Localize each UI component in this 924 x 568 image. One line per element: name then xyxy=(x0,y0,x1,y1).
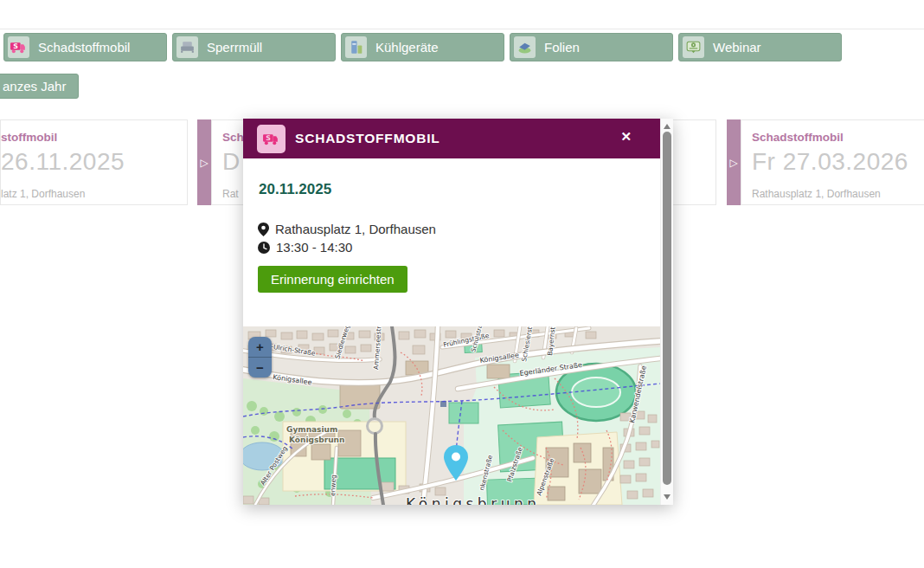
webinar-icon xyxy=(683,36,704,58)
map-street-label: Königsbrunn xyxy=(289,436,344,444)
card-location: latz 1, Dorfhausen xyxy=(1,188,85,200)
filter-label: Folien xyxy=(544,40,580,55)
map[interactable]: + − xyxy=(243,326,660,505)
truck-icon: S xyxy=(257,125,286,153)
card-title: Schadstoffmobil xyxy=(752,131,844,144)
close-icon[interactable]: ✕ xyxy=(620,129,632,145)
event-date: 20.11.2025 xyxy=(259,181,331,198)
map-canvas: St.-Ulrich-StraßeKönigsalleeSiedlerwegAm… xyxy=(243,326,660,505)
zoom-in-button[interactable]: + xyxy=(248,337,272,358)
filter-label: Kühlgeräte xyxy=(375,40,439,55)
map-street-label: Gymnasium xyxy=(286,425,337,434)
card-date: Fr 27.03.2026 xyxy=(752,148,908,176)
card-title: stoffmobil xyxy=(1,131,57,144)
event-time: 13:30 - 14:30 xyxy=(276,240,352,255)
reminder-button[interactable]: Erinnerung einrichten xyxy=(258,266,407,293)
event-card[interactable]: stoffmobil 26.11.2025 latz 1, Dorfhausen xyxy=(0,119,188,205)
zoom-out-button[interactable]: − xyxy=(248,358,272,378)
fridge-icon xyxy=(345,36,367,58)
event-location: Rathausplatz 1, Dorfhausen xyxy=(275,222,436,236)
modal-header: S SCHADSTOFFMOBIL ✕ xyxy=(243,119,660,158)
sofa-icon xyxy=(176,36,198,58)
filter-schadstoffmobil-button[interactable]: S Schadstoffmobil xyxy=(3,33,167,61)
modal-title: SCHADSTOFFMOBIL xyxy=(295,131,440,146)
card-accent-strip[interactable]: ▷ xyxy=(727,119,741,205)
filter-label: Webinar xyxy=(713,40,761,55)
card-date: D xyxy=(222,148,241,176)
card-location: Rat xyxy=(222,188,239,200)
event-card[interactable]: Schadstoffmobil Fr 27.03.2026 Rathauspla… xyxy=(741,119,924,205)
filter-bar: S Schadstoffmobil Sperrmüll Kühlgeräte F… xyxy=(3,33,842,61)
svg-text:S: S xyxy=(266,134,271,142)
modal-scrollbar[interactable] xyxy=(660,119,673,505)
card-location: Rathausplatz 1, Dorfhausen xyxy=(752,188,881,200)
filter-label: Sperrmüll xyxy=(207,40,262,55)
top-divider xyxy=(0,29,924,29)
clock-icon xyxy=(258,242,270,254)
map-street-label: Königsbrunn xyxy=(406,495,540,505)
event-time-row: 13:30 - 14:30 xyxy=(258,240,352,255)
card-date: 26.11.2025 xyxy=(1,148,125,176)
play-arrow-icon: ▷ xyxy=(200,157,208,169)
filter-sperrmuell-button[interactable]: Sperrmüll xyxy=(172,33,336,61)
scroll-down-arrow-icon[interactable] xyxy=(664,494,671,500)
scroll-up-arrow-icon[interactable] xyxy=(664,124,671,129)
map-zoom-control: + − xyxy=(248,337,272,378)
scrollbar-thumb[interactable] xyxy=(663,132,671,485)
svg-text:S: S xyxy=(13,42,18,50)
whole-year-button[interactable]: anzes Jahr xyxy=(0,74,79,99)
truck-icon: S xyxy=(8,36,29,58)
foil-icon xyxy=(514,36,536,58)
filter-webinar-button[interactable]: Webinar xyxy=(678,33,842,61)
map-street-label: enweg xyxy=(329,474,337,497)
filter-label: Schadstoffmobil xyxy=(38,40,130,55)
play-arrow-icon: ▷ xyxy=(729,157,737,169)
card-title: Sch xyxy=(222,131,244,144)
filter-folien-button[interactable]: Folien xyxy=(510,33,673,61)
location-pin-icon xyxy=(258,223,269,236)
event-location-row: Rathausplatz 1, Dorfhausen xyxy=(258,222,436,236)
event-detail-modal: S SCHADSTOFFMOBIL ✕ 20.11.2025 Rathauspl… xyxy=(243,119,673,505)
card-accent-strip[interactable]: ▷ xyxy=(197,119,211,205)
filter-kuehlgeraete-button[interactable]: Kühlgeräte xyxy=(341,33,504,61)
